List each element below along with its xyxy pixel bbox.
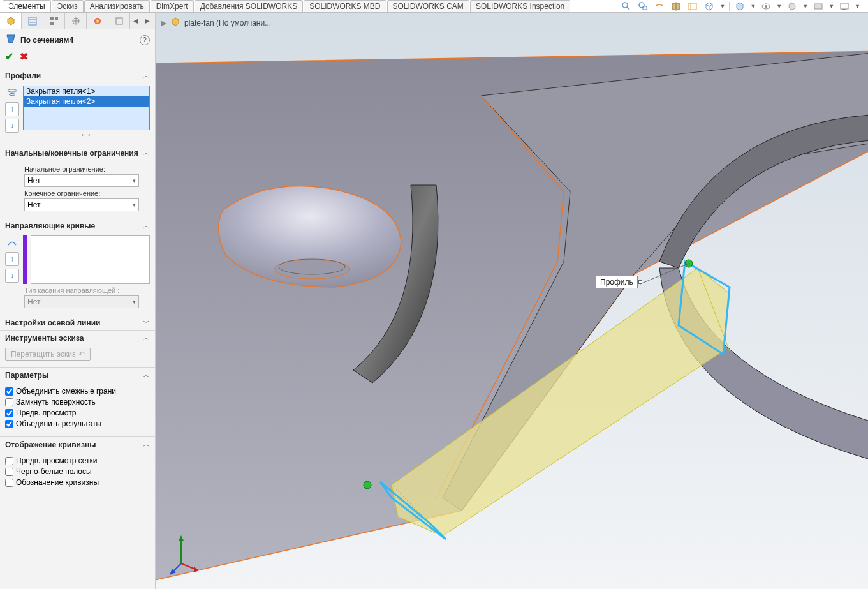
merge-tangent-faces-checkbox[interactable]: Объединить смежные грани bbox=[5, 387, 150, 396]
profile-selector-icon bbox=[5, 86, 19, 100]
panel-tab-next[interactable]: ▶ bbox=[142, 13, 153, 29]
property-manager-tab[interactable] bbox=[22, 13, 43, 29]
svg-point-29 bbox=[364, 481, 371, 489]
tab-features[interactable]: Элементы bbox=[3, 0, 51, 12]
svg-marker-34 bbox=[194, 567, 199, 572]
ok-button[interactable]: ✔ bbox=[5, 50, 13, 63]
profiles-listbox[interactable]: Закрытая петля<1> Закрытая петля<2> bbox=[23, 86, 150, 130]
tab-cam[interactable]: SOLIDWORKS CAM bbox=[387, 0, 469, 12]
display-style-icon[interactable] bbox=[733, 1, 746, 12]
cancel-button[interactable]: ✖ bbox=[20, 50, 28, 63]
guide-move-up-button[interactable]: ↑ bbox=[5, 252, 19, 266]
svg-point-8 bbox=[765, 5, 767, 8]
svg-marker-32 bbox=[179, 535, 184, 541]
tab-analyze[interactable]: Анализировать bbox=[84, 0, 150, 12]
move-up-button[interactable]: ↑ bbox=[5, 102, 19, 116]
svg-point-25 bbox=[9, 94, 15, 96]
profile-callout[interactable]: Профиль bbox=[596, 276, 638, 288]
mesh-preview-checkbox[interactable]: Предв. просмотр сетки bbox=[5, 456, 150, 465]
section-sketch-tools-header[interactable]: Инструменты эскиза ︿ bbox=[0, 331, 155, 345]
curvature-combs-checkbox[interactable]: Обозначение кривизны bbox=[5, 478, 150, 487]
section-curvature-header[interactable]: Отображение кривизны ︿ bbox=[0, 437, 155, 452]
guide-selector-icon bbox=[5, 235, 19, 250]
feature-manager-tab[interactable] bbox=[0, 13, 22, 29]
svg-rect-17 bbox=[55, 17, 58, 20]
section-guides-header[interactable]: Направляющие кривые ︿ bbox=[0, 218, 155, 233]
prev-view-icon[interactable] bbox=[653, 1, 666, 12]
apply-scene-icon[interactable] bbox=[812, 1, 825, 12]
guide-color-bar bbox=[23, 235, 27, 284]
svg-rect-13 bbox=[29, 17, 36, 25]
tab-mbd[interactable]: SOLIDWORKS MBD bbox=[304, 0, 386, 12]
callout-handle-icon[interactable] bbox=[638, 280, 642, 284]
dimxpert-manager-tab[interactable] bbox=[65, 13, 87, 29]
svg-rect-10 bbox=[814, 4, 822, 9]
start-constraint-dropdown[interactable]: Нет▾ bbox=[24, 174, 139, 187]
svg-point-22 bbox=[94, 18, 101, 24]
panel-tab-prev[interactable]: ◀ bbox=[130, 13, 142, 29]
section-constraints-header[interactable]: Начальные/конечные ограничения ︿ bbox=[0, 145, 155, 160]
svg-rect-23 bbox=[116, 18, 122, 24]
chevron-down-icon: ▾ bbox=[133, 177, 136, 184]
tab-sketch[interactable]: Эскиз bbox=[52, 0, 84, 12]
guide-tangency-dropdown: Нет▾ bbox=[24, 295, 139, 308]
chevron-down-icon: ▾ bbox=[133, 202, 136, 208]
edit-appearance-icon[interactable] bbox=[786, 1, 798, 12]
section-profiles-header[interactable]: Профили ︿ bbox=[0, 68, 155, 83]
svg-point-2 bbox=[639, 3, 644, 8]
view-toolbar: ▼ ▼ ▼ ▼ ▼ ▼ bbox=[620, 0, 860, 13]
chevron-up-icon: ︿ bbox=[143, 333, 150, 343]
resize-grip[interactable]: • • bbox=[23, 130, 150, 138]
svg-rect-16 bbox=[50, 17, 54, 20]
svg-rect-11 bbox=[841, 3, 848, 9]
property-manager-panel: ◀ ▶ По сечениям4 ? ✔ ✖ Профили ︿ ↑ bbox=[0, 13, 156, 589]
display-manager-tab[interactable] bbox=[87, 13, 108, 29]
svg-rect-18 bbox=[50, 22, 54, 25]
chevron-up-icon: ︿ bbox=[143, 148, 150, 158]
panel-tab-strip: ◀ ▶ bbox=[0, 13, 155, 29]
zoom-fit-icon[interactable] bbox=[620, 1, 633, 12]
svg-line-1 bbox=[627, 7, 629, 10]
view-triad bbox=[168, 532, 200, 576]
svg-point-0 bbox=[622, 3, 628, 8]
chevron-up-icon: ︿ bbox=[143, 221, 150, 230]
merge-result-checkbox[interactable]: Объединить результаты bbox=[5, 419, 150, 428]
help-icon[interactable]: ? bbox=[140, 35, 150, 45]
hide-show-icon[interactable] bbox=[760, 1, 772, 12]
list-item[interactable]: Закрытая петля<2> bbox=[24, 96, 149, 107]
dynamic-annotation-icon[interactable] bbox=[686, 1, 699, 12]
zoom-area-icon[interactable] bbox=[636, 1, 649, 12]
tab-dimxpert[interactable]: DimXpert bbox=[151, 0, 194, 12]
list-item[interactable]: Закрытая петля<1> bbox=[24, 86, 149, 96]
start-constraint-label: Начальное ограничение: bbox=[24, 165, 150, 173]
tab-addins[interactable]: Добавления SOLIDWORKS bbox=[195, 0, 304, 12]
view-orientation-icon[interactable] bbox=[703, 1, 716, 12]
undo-icon: ↶ bbox=[78, 350, 85, 359]
zebra-stripes-checkbox[interactable]: Черно-белые полосы bbox=[5, 467, 150, 476]
extra-tab[interactable] bbox=[108, 13, 130, 29]
svg-point-24 bbox=[8, 89, 17, 92]
end-constraint-dropdown[interactable]: Нет▾ bbox=[24, 198, 139, 211]
loft-icon bbox=[5, 33, 17, 47]
chevron-up-icon: ︿ bbox=[143, 370, 150, 380]
feature-title: По сечениям4 bbox=[20, 36, 136, 45]
svg-rect-12 bbox=[842, 9, 846, 10]
show-preview-checkbox[interactable]: Предв. просмотр bbox=[5, 408, 150, 417]
tab-inspection[interactable]: SOLIDWORKS Inspection bbox=[470, 0, 570, 12]
feature-header: По сечениям4 ? bbox=[0, 29, 155, 50]
close-loft-checkbox[interactable]: Замкнуть поверхность bbox=[5, 398, 150, 406]
configuration-manager-tab[interactable] bbox=[43, 13, 65, 29]
chevron-down-icon: ▾ bbox=[133, 299, 136, 305]
chevron-up-icon: ︿ bbox=[143, 440, 150, 449]
section-parameters-header[interactable]: Параметры ︿ bbox=[0, 368, 155, 382]
view-settings-icon[interactable] bbox=[838, 1, 851, 12]
ok-cancel-row: ✔ ✖ bbox=[0, 50, 155, 68]
separator bbox=[729, 2, 730, 11]
move-down-button[interactable]: ↓ bbox=[5, 119, 19, 133]
guide-move-down-button[interactable]: ↓ bbox=[5, 269, 19, 283]
section-view-icon[interactable] bbox=[670, 1, 682, 12]
graphics-viewport[interactable]: ▶ plate-fan (По умолчани... bbox=[156, 13, 868, 589]
chevron-up-icon: ︿ bbox=[143, 71, 150, 80]
section-centerline-header[interactable]: Настройки осевой линии ﹀ bbox=[0, 315, 155, 330]
guides-listbox[interactable] bbox=[31, 235, 150, 284]
